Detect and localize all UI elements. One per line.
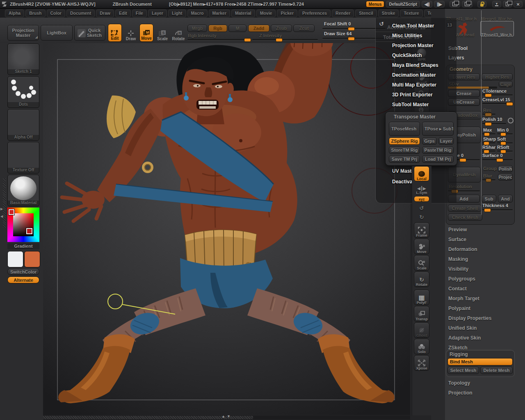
palette-section[interactable]: Surface bbox=[448, 237, 491, 247]
menu-item[interactable]: Color bbox=[47, 9, 65, 17]
menu-item[interactable]: Stencil bbox=[355, 9, 377, 17]
palette-section[interactable]: Unified Skin bbox=[448, 325, 491, 335]
grps-button[interactable]: Grps bbox=[422, 137, 437, 145]
hue-selector[interactable] bbox=[9, 209, 14, 215]
move-mode-button[interactable]: M Move bbox=[139, 24, 153, 42]
menu-item[interactable]: Picker bbox=[277, 9, 297, 17]
zplugin-menu-item[interactable]: Decimation Master bbox=[376, 72, 457, 82]
material-picker[interactable]: BasicMaterial bbox=[7, 175, 39, 206]
gradient-toggle[interactable]: Gradient bbox=[7, 243, 39, 249]
zcut-toggle[interactable]: Zcut bbox=[293, 25, 315, 32]
polyframe-button[interactable]: ▦ PolyF bbox=[414, 290, 429, 305]
main-color-swatch[interactable] bbox=[7, 251, 23, 267]
palette-section[interactable]: Polygroups bbox=[448, 276, 491, 286]
palette-section[interactable]: Display Properties bbox=[448, 315, 491, 325]
menu-item[interactable]: Brush bbox=[25, 9, 45, 17]
zplugin-menu-item[interactable]: Multi Map Exporter bbox=[376, 82, 457, 92]
ghost-button[interactable]: Ghost bbox=[414, 322, 429, 338]
local-pivot-button[interactable]: Local bbox=[414, 166, 429, 181]
check-mesh-button[interactable]: Check Mesh bbox=[448, 214, 482, 221]
z-intensity-slider[interactable] bbox=[252, 38, 318, 42]
menu-item[interactable]: Layer bbox=[148, 9, 167, 17]
draw-mode-button[interactable]: Draw bbox=[124, 24, 138, 42]
rigging-section[interactable]: Rigging bbox=[450, 352, 468, 357]
save-tm-prj-button[interactable]: Save TM Prj bbox=[389, 155, 420, 163]
ctolerance-slider[interactable] bbox=[482, 93, 513, 97]
frame-button[interactable]: Frame bbox=[414, 222, 429, 238]
move-doc-button[interactable]: Move bbox=[414, 239, 429, 254]
mrgb-toggle[interactable]: Mrgb bbox=[187, 25, 207, 32]
sym-z-button[interactable]: ↻ bbox=[414, 212, 429, 221]
zsub-toggle[interactable]: Zsub bbox=[271, 25, 292, 32]
polish-slider[interactable] bbox=[482, 122, 506, 126]
zsphere-rig-button[interactable]: ZSphere Rig bbox=[389, 137, 420, 145]
tray-right-icon[interactable]: |||▶ bbox=[434, 1, 445, 7]
menu-item[interactable]: Material bbox=[231, 9, 255, 17]
menu-item[interactable]: Movie bbox=[256, 9, 276, 17]
lock-icon[interactable] bbox=[477, 1, 486, 7]
palette-section[interactable]: Deformation bbox=[448, 247, 491, 256]
minimize-button[interactable]: ▼ bbox=[492, 1, 501, 7]
layer-button[interactable]: Layer bbox=[438, 137, 454, 145]
load-tm-prj-button[interactable]: Load TM Prj bbox=[422, 155, 454, 163]
doc-copy-icon[interactable] bbox=[462, 1, 472, 7]
lsym-button[interactable]: ◀┃▶ L.Sym bbox=[414, 184, 429, 195]
menu-item[interactable]: Light bbox=[168, 9, 186, 17]
menu-item[interactable]: File bbox=[132, 9, 147, 17]
projection-master-button[interactable]: ProjectionMaster ◢ bbox=[7, 25, 39, 41]
bind-mesh-button[interactable]: Bind Mesh bbox=[447, 358, 513, 365]
lightbox-button[interactable]: LightBox bbox=[41, 25, 73, 41]
cage-button[interactable]: Cage bbox=[499, 81, 513, 87]
palette-section[interactable]: Morph Target bbox=[448, 296, 491, 306]
menu-item[interactable]: Marker bbox=[209, 9, 230, 17]
res-slider[interactable] bbox=[482, 112, 495, 116]
switch-color-button[interactable]: SwitchColor bbox=[7, 268, 39, 275]
menu-item[interactable]: Alpha bbox=[5, 9, 24, 17]
collapse-right-icon[interactable]: ▶ bbox=[0, 207, 3, 211]
rotate-mode-button[interactable]: R Rotate bbox=[171, 24, 185, 42]
alternate-button[interactable]: Alternate bbox=[7, 276, 39, 283]
surface-slider[interactable] bbox=[482, 158, 513, 162]
canvas-horizontal-scrollbar[interactable]: ▲ ▼ bbox=[43, 415, 410, 420]
edit-mode-button[interactable]: Edit bbox=[108, 24, 122, 42]
scale-mode-button[interactable]: S Scale bbox=[155, 24, 169, 42]
zplugin-menu-item[interactable]: Projection Master bbox=[376, 43, 457, 52]
higher-res-button[interactable]: Higher Res bbox=[482, 73, 513, 80]
solo-button[interactable]: Solo bbox=[414, 339, 429, 354]
menu-item[interactable]: Texture bbox=[400, 9, 422, 17]
xyz-sym-button[interactable]: xyz bbox=[414, 196, 429, 202]
color-picker[interactable] bbox=[7, 208, 39, 242]
sym-y-button[interactable]: ↺ bbox=[414, 203, 429, 212]
zplugin-menu-item[interactable]: SubTool Master bbox=[376, 102, 457, 112]
menu-item[interactable]: Macro bbox=[187, 9, 208, 17]
menu-item[interactable]: Render bbox=[332, 9, 354, 17]
sub-button[interactable]: Sub bbox=[482, 195, 496, 203]
tray-left-icon[interactable]: ◀||| bbox=[422, 1, 432, 7]
create-shell-button[interactable]: Create Shell bbox=[448, 205, 482, 212]
stroke-picker[interactable]: Dots bbox=[7, 76, 39, 108]
zplugin-menu-item[interactable]: QuickSketch bbox=[376, 52, 457, 62]
min-slider[interactable] bbox=[497, 132, 513, 136]
polish-mini-button[interactable]: Polish bbox=[498, 165, 513, 172]
transparency-button[interactable]: Transp bbox=[414, 306, 429, 322]
select-mesh-button[interactable]: Select Mesh bbox=[447, 367, 479, 374]
project-button[interactable]: Projec bbox=[498, 173, 513, 180]
delete-mesh-button[interactable]: Delete Mesh bbox=[480, 367, 513, 374]
quick-sketch-button[interactable]: QuickSketch bbox=[74, 25, 105, 41]
alpha-picker[interactable]: Alpha Off bbox=[7, 109, 39, 141]
menus-toggle-button[interactable]: Menus bbox=[366, 1, 385, 7]
menu-item[interactable]: Edit bbox=[115, 9, 131, 17]
tposemesh-button[interactable]: TPoseMesh bbox=[389, 122, 420, 136]
m-toggle[interactable]: M bbox=[228, 25, 247, 32]
menu-item[interactable]: Document bbox=[66, 9, 95, 17]
menu-item[interactable]: Stroke bbox=[378, 9, 399, 17]
max-slider[interactable] bbox=[482, 132, 495, 136]
palette-section[interactable]: Contact bbox=[448, 286, 491, 296]
palette-section[interactable]: Masking bbox=[448, 256, 491, 266]
left-divider-grip[interactable] bbox=[3, 178, 6, 228]
zplugin-menu-item[interactable]: 3D Print Exporter bbox=[376, 92, 457, 102]
blur-slider[interactable] bbox=[482, 178, 495, 182]
xpose-button[interactable]: Xpose bbox=[414, 355, 429, 371]
thickness-slider[interactable] bbox=[482, 208, 513, 212]
menu-item[interactable]: Draw bbox=[96, 9, 114, 17]
